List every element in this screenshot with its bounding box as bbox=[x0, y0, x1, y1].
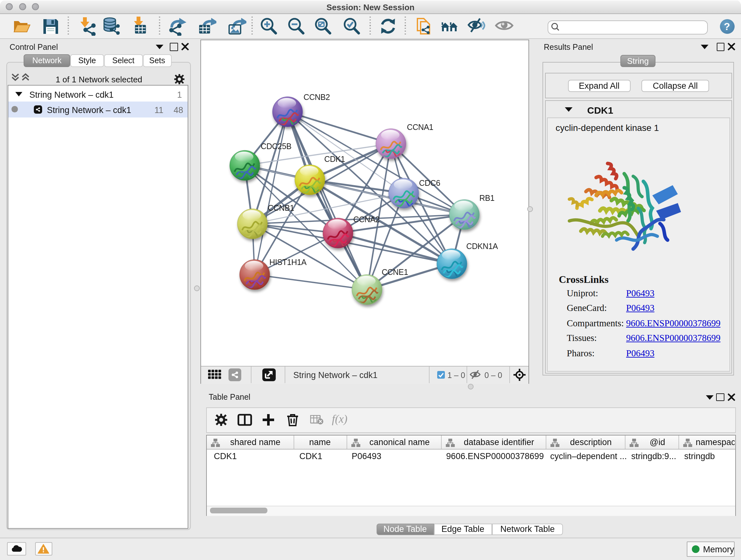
svg-text:CCNE1: CCNE1 bbox=[381, 267, 408, 276]
svg-text:HIST1H1A: HIST1H1A bbox=[269, 258, 307, 266]
svg-text:CCNB2: CCNB2 bbox=[303, 92, 330, 102]
svg-text:RB1: RB1 bbox=[479, 193, 494, 202]
svg-text:CDKN1A: CDKN1A bbox=[466, 242, 498, 251]
svg-text:CCNA1: CCNA1 bbox=[407, 123, 433, 132]
svg-text:CDC6: CDC6 bbox=[419, 179, 440, 187]
svg-text:CCNB1: CCNB1 bbox=[267, 203, 294, 212]
svg-text:CCNA2: CCNA2 bbox=[353, 215, 380, 224]
svg-text:CDC25B: CDC25B bbox=[260, 142, 291, 151]
svg-text:CDK1: CDK1 bbox=[324, 154, 345, 164]
